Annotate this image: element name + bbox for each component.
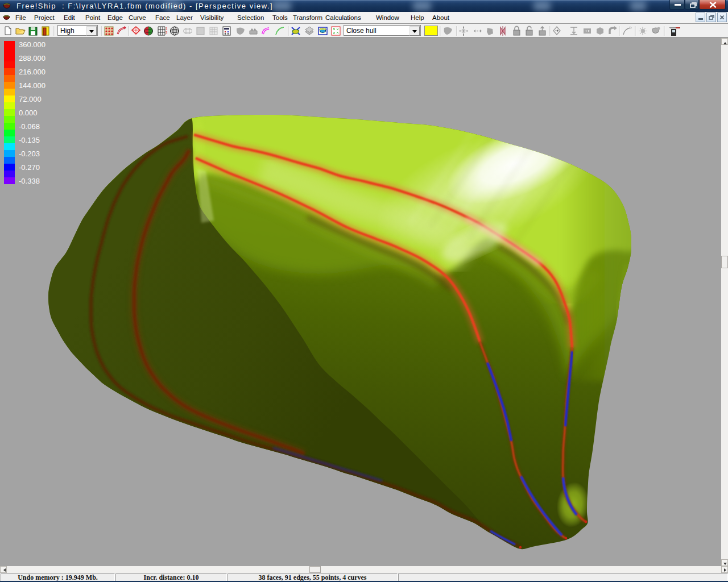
svg-text:3: 3 <box>166 31 168 34</box>
svg-text:1: 1 <box>166 27 168 30</box>
